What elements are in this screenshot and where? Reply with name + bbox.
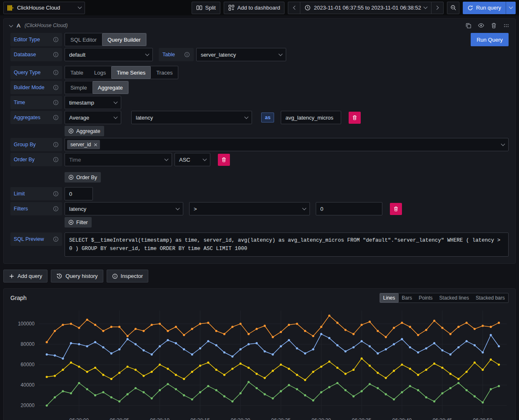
- remove-query-trash-icon[interactable]: [491, 22, 497, 29]
- info-icon[interactable]: [53, 52, 59, 58]
- info-icon[interactable]: [53, 236, 59, 242]
- aggregate-column-select[interactable]: latency: [131, 111, 252, 124]
- query-row-header: A (ClickHouse Cloud): [4, 19, 515, 31]
- query-history-button[interactable]: Query history: [51, 270, 103, 282]
- add-to-dashboard-button[interactable]: Add to dashboard: [224, 2, 285, 14]
- svg-text:20000: 20000: [21, 402, 35, 408]
- svg-text:100000: 100000: [18, 321, 35, 327]
- split-button[interactable]: Split: [192, 2, 220, 14]
- order-by-direction-select[interactable]: ASC: [175, 153, 210, 166]
- sql-preview-text: SELECT $__timeInterval(timestamp) as tim…: [65, 232, 509, 257]
- hide-response-eye-icon[interactable]: [478, 22, 484, 29]
- drag-handle-icon[interactable]: [503, 22, 509, 29]
- duplicate-query-icon[interactable]: [465, 22, 472, 29]
- plus-circle-icon: [68, 220, 74, 225]
- field-label-time: Time: [10, 96, 62, 109]
- builder-mode-simple[interactable]: Simple: [65, 81, 92, 94]
- run-query-split-button: Run query: [463, 2, 516, 14]
- order-by-column-select[interactable]: Time: [65, 153, 172, 166]
- collapse-chevron-icon[interactable]: [9, 23, 13, 27]
- graph-style-stacked-lines[interactable]: Stacked lines: [436, 293, 472, 302]
- filter-column-select[interactable]: latency: [65, 202, 183, 215]
- chart-plot-area[interactable]: 2000040000600008000010000006:38:0006:38:…: [7, 306, 512, 420]
- query-type-traces[interactable]: Traces: [151, 66, 178, 79]
- add-to-dashboard-label: Add to dashboard: [237, 5, 280, 11]
- limit-input[interactable]: [65, 187, 93, 200]
- query-type-table[interactable]: Table: [65, 66, 89, 79]
- add-query-button[interactable]: Add query: [3, 270, 47, 282]
- datasource-picker[interactable]: ClickHouse Cloud: [3, 2, 85, 14]
- time-range-label: 2023-11-01 06:37:55 to 2023-11-01 06:38:…: [314, 5, 421, 11]
- aggregate-function-select[interactable]: Average: [65, 111, 121, 124]
- graph-style-stacked-bars[interactable]: Stacked bars: [472, 293, 508, 302]
- history-icon: [56, 273, 62, 279]
- info-circle-icon: [112, 273, 118, 279]
- aggregate-alias-input[interactable]: [281, 111, 341, 124]
- remove-tag-icon[interactable]: [94, 143, 97, 147]
- info-icon[interactable]: [53, 142, 59, 148]
- svg-text:80000: 80000: [21, 341, 35, 347]
- add-filter-button[interactable]: Filter: [65, 217, 92, 228]
- time-shift-forward-button[interactable]: [431, 2, 444, 14]
- plus-circle-icon: [68, 175, 74, 180]
- query-type-logs[interactable]: Logs: [89, 66, 111, 79]
- field-label-query-type: Query Type: [10, 66, 62, 79]
- datasource-hint: (ClickHouse Cloud): [25, 22, 67, 28]
- sync-icon: [467, 5, 473, 11]
- svg-text:06:38:00: 06:38:00: [69, 418, 89, 420]
- zoom-out-button[interactable]: [447, 2, 459, 14]
- field-label-group-by: Group By: [10, 138, 62, 151]
- filter-value-input[interactable]: [316, 202, 382, 215]
- field-label-builder-mode: Builder Mode: [10, 81, 62, 94]
- svg-text:06:38:30: 06:38:30: [312, 418, 331, 420]
- svg-text:06:38:35: 06:38:35: [352, 418, 372, 420]
- info-icon[interactable]: [53, 37, 59, 42]
- info-icon[interactable]: [53, 85, 59, 90]
- info-icon[interactable]: [53, 100, 59, 105]
- run-query-interval-dropdown[interactable]: [506, 2, 516, 14]
- run-query-panel-button[interactable]: Run Query: [471, 33, 509, 46]
- query-type-time-series[interactable]: Time Series: [111, 66, 151, 79]
- chevron-down-icon: [302, 206, 307, 210]
- add-aggregate-button[interactable]: Aggregate: [65, 126, 104, 136]
- remove-aggregate-button[interactable]: [349, 112, 361, 124]
- graph-style-lines[interactable]: Lines: [380, 293, 399, 302]
- info-icon[interactable]: [53, 206, 59, 212]
- zoom-out-icon: [450, 5, 457, 11]
- filter-operator-select[interactable]: >: [189, 202, 310, 215]
- chevron-down-icon: [78, 5, 82, 9]
- svg-text:06:38:45: 06:38:45: [433, 418, 452, 420]
- info-icon[interactable]: [53, 191, 59, 197]
- chevron-down-icon: [176, 206, 180, 210]
- editor-type-sql-editor[interactable]: SQL Editor: [65, 33, 102, 46]
- run-query-label: Run query: [476, 5, 501, 11]
- time-column-select[interactable]: timestamp: [65, 96, 121, 109]
- plus-circle-icon: [68, 128, 74, 134]
- add-order-by-button[interactable]: Order By: [65, 172, 101, 182]
- svg-text:40000: 40000: [21, 382, 35, 388]
- remove-order-by-button[interactable]: [218, 154, 230, 166]
- inspector-button[interactable]: Inspector: [107, 270, 148, 282]
- info-icon[interactable]: [53, 115, 59, 120]
- graph-style-bars[interactable]: Bars: [399, 293, 416, 302]
- info-icon[interactable]: [53, 157, 59, 162]
- info-icon[interactable]: [184, 52, 190, 58]
- explore-actions: Add query Query history Inspector: [3, 270, 516, 282]
- time-range-button[interactable]: 2023-11-01 06:37:55 to 2023-11-01 06:38:…: [300, 2, 432, 14]
- table-select[interactable]: server_latency: [196, 48, 286, 61]
- trash-icon: [221, 157, 227, 162]
- group-by-tag: server_id: [67, 140, 100, 149]
- editor-type-query-builder[interactable]: Query Builder: [102, 33, 146, 46]
- chevron-down-icon: [114, 100, 118, 104]
- database-select[interactable]: default: [65, 48, 153, 61]
- time-series-chart[interactable]: 2000040000600008000010000006:38:0006:38:…: [4, 305, 515, 420]
- graph-style-points[interactable]: Points: [415, 293, 436, 302]
- run-query-button[interactable]: Run query: [463, 2, 506, 14]
- builder-mode-aggregate[interactable]: Aggregate: [92, 81, 128, 94]
- field-label-sql-preview: SQL Preview: [10, 232, 62, 246]
- svg-text:06:38:40: 06:38:40: [392, 418, 412, 420]
- group-by-multiselect[interactable]: server_id: [65, 138, 509, 151]
- info-icon[interactable]: [53, 70, 59, 75]
- time-shift-back-button[interactable]: [288, 2, 300, 14]
- remove-filter-button[interactable]: [390, 203, 402, 215]
